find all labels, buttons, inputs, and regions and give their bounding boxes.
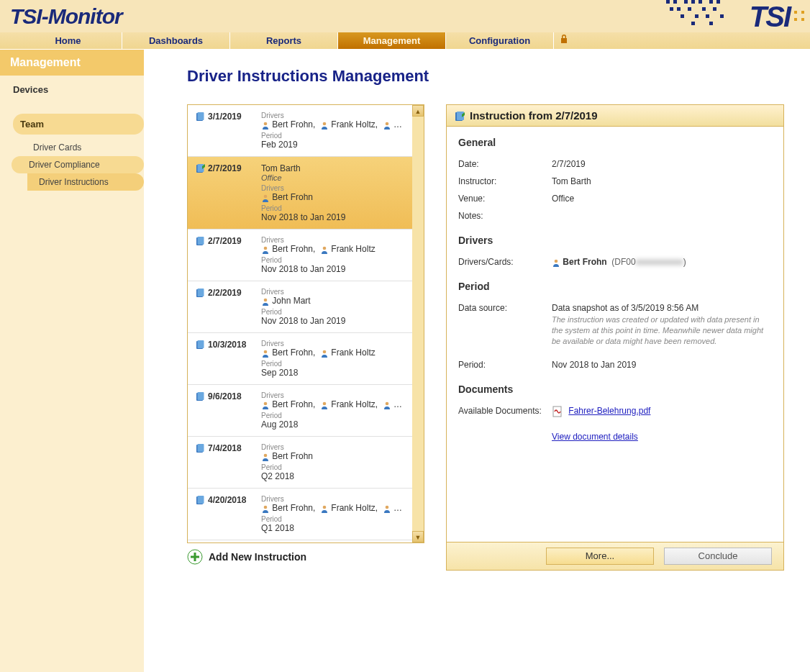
- book-icon: [195, 391, 205, 401]
- label-period: Period:: [458, 360, 552, 370]
- svg-rect-0: [666, 0, 670, 4]
- view-document-details-link[interactable]: View document details: [552, 432, 638, 442]
- list-item-drivers: John Mart: [261, 296, 405, 306]
- svg-point-29: [264, 195, 268, 199]
- list-item[interactable]: 2/2/2019Drivers John MartPeriodNov 2018 …: [188, 281, 412, 333]
- list-item[interactable]: 9/6/2018Drivers Bert Frohn, Frank Holtz,…: [188, 385, 412, 437]
- list-item-period: Sep 2018: [261, 368, 405, 378]
- nav-dashboards[interactable]: Dashboards: [122, 32, 230, 49]
- svg-rect-38: [198, 340, 204, 348]
- svg-point-53: [385, 506, 388, 509]
- book-icon: [195, 340, 205, 350]
- sidebar-item-driver-compliance[interactable]: Driver Compliance: [12, 156, 144, 173]
- person-icon: [261, 297, 270, 306]
- person-icon: [261, 349, 270, 358]
- svg-rect-2: [684, 0, 688, 4]
- svg-rect-21: [801, 18, 804, 21]
- conclude-button[interactable]: Conclude: [664, 548, 772, 565]
- svg-point-44: [323, 402, 327, 406]
- instruction-icon: [454, 111, 464, 121]
- svg-rect-35: [198, 289, 204, 296]
- svg-rect-50: [198, 496, 204, 504]
- nav-home[interactable]: Home: [14, 32, 122, 49]
- list-item[interactable]: 7/4/2018Drivers Bert FrohnPeriodQ2 2018: [188, 437, 412, 489]
- person-icon: [261, 245, 270, 254]
- logo-text: TSI: [750, 1, 790, 33]
- more-button[interactable]: More...: [546, 548, 654, 565]
- fullscreen-icon[interactable]: [794, 11, 804, 23]
- person-icon: [320, 349, 329, 358]
- person-icon: [552, 258, 560, 267]
- person-icon: [383, 121, 391, 130]
- svg-rect-17: [709, 22, 713, 25]
- document-link[interactable]: Fahrer-Belehrung.pdf: [568, 406, 650, 416]
- value-driver: Bert Frohn (DF00xxxxxxxxxxx): [552, 257, 772, 267]
- list-item[interactable]: 2/7/2019Drivers Bert Frohn, Frank HoltzP…: [188, 230, 412, 281]
- value-period: Nov 2018 to Jan 2019: [552, 360, 772, 370]
- book-icon: [195, 288, 205, 298]
- svg-rect-9: [688, 7, 691, 11]
- list-item-drivers: Bert Frohn, Frank Holtz, …: [261, 119, 405, 130]
- person-icon: [383, 401, 391, 409]
- list-item-date: 4/20/2018: [195, 495, 251, 505]
- svg-point-40: [323, 350, 327, 354]
- section-drivers: Drivers: [458, 235, 772, 246]
- scroll-down-icon[interactable]: ▼: [412, 531, 424, 542]
- logo-area: TSI: [666, 0, 804, 34]
- value-data-source: Data snapshot as of 3/5/2019 8:56 AM: [552, 303, 772, 313]
- label-instructor: Instructor:: [458, 176, 552, 186]
- person-icon: [320, 504, 329, 513]
- list-item-period: Feb 2019: [261, 140, 405, 150]
- label-venue: Venue:: [458, 194, 552, 204]
- scroll-up-icon[interactable]: ▲: [412, 105, 424, 117]
- svg-rect-7: [670, 7, 673, 11]
- list-drivers-label: Drivers: [261, 443, 405, 451]
- svg-point-48: [264, 454, 268, 458]
- list-period-label: Period: [261, 360, 405, 368]
- book-icon: [195, 443, 205, 453]
- svg-rect-1: [673, 0, 677, 4]
- list-item[interactable]: 10/3/2018Drivers Bert Frohn, Frank Holtz…: [188, 333, 412, 385]
- list-period-label: Period: [261, 515, 405, 523]
- svg-point-32: [264, 247, 268, 250]
- svg-rect-8: [677, 7, 681, 11]
- add-instruction-button[interactable]: Add New Instruction: [187, 543, 424, 571]
- list-drivers-label: Drivers: [261, 236, 405, 244]
- svg-rect-14: [706, 14, 709, 18]
- list-item-drivers: Bert Frohn: [261, 192, 405, 202]
- svg-rect-56: [191, 556, 199, 558]
- label-drivers-cards: Drivers/Cards:: [458, 257, 552, 267]
- scrollbar[interactable]: ▲ ▼: [412, 105, 424, 542]
- svg-rect-3: [691, 0, 695, 4]
- svg-rect-18: [794, 11, 797, 14]
- person-icon: [261, 453, 270, 461]
- list-item-venue: Office: [261, 173, 405, 182]
- nav-configuration[interactable]: Configuration: [446, 32, 554, 49]
- sidebar-item-team[interactable]: Team: [13, 114, 144, 135]
- nav-management[interactable]: Management: [338, 32, 446, 49]
- sidebar-item-driver-cards[interactable]: Driver Cards: [22, 139, 144, 156]
- detail-title: Instruction from 2/7/2019: [470, 109, 598, 122]
- svg-rect-42: [198, 392, 204, 400]
- sidebar-item-devices[interactable]: Devices: [0, 76, 144, 101]
- lock-icon[interactable]: [554, 32, 574, 49]
- book-icon: [195, 163, 205, 173]
- svg-rect-15: [720, 14, 724, 18]
- sidebar-item-driver-instructions[interactable]: Driver Instructions: [27, 173, 144, 191]
- label-available-docs: Available Documents:: [458, 406, 552, 442]
- list-item[interactable]: 3/1/2019Drivers Bert Frohn, Frank Holtz,…: [188, 105, 412, 157]
- value-date: 2/7/2019: [552, 159, 772, 169]
- section-documents: Documents: [458, 383, 772, 395]
- list-item[interactable]: 4/20/2018Drivers Bert Frohn, Frank Holtz…: [188, 489, 412, 540]
- label-date: Date:: [458, 159, 552, 169]
- svg-rect-31: [198, 237, 204, 245]
- nav-reports[interactable]: Reports: [230, 32, 338, 49]
- add-instruction-label: Add New Instruction: [209, 551, 306, 563]
- list-drivers-label: Drivers: [261, 495, 405, 503]
- list-item-date: 7/4/2018: [195, 443, 251, 453]
- list-item-date: 2/7/2019: [195, 163, 251, 173]
- logo-dots-icon: [666, 0, 745, 34]
- value-venue: Office: [552, 194, 772, 204]
- svg-point-26: [385, 122, 388, 126]
- list-item[interactable]: 2/7/2019Tom BarthOfficeDrivers Bert Froh…: [188, 157, 412, 230]
